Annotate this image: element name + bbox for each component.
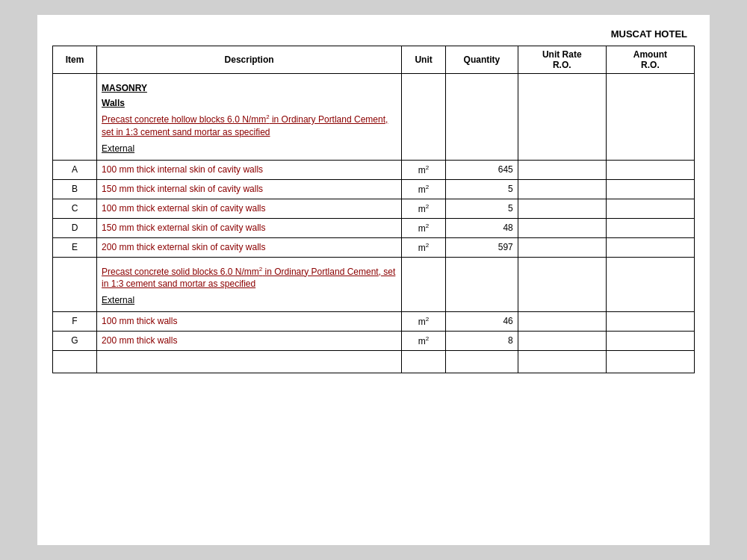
section-masonry-desc-cell: MASONRY Walls Precast concrete hollow bl… xyxy=(97,74,402,161)
header-amount: Amount R.O. xyxy=(606,46,694,74)
item-b-letter: B xyxy=(53,179,97,199)
item-e-rate xyxy=(518,237,606,257)
section-masonry-amount-cell xyxy=(606,74,694,161)
item-g-letter: G xyxy=(53,332,97,351)
table-row: E 200 mm thick external skin of cavity w… xyxy=(53,237,695,257)
main-table: Item Description Unit Quantity Unit Rate… xyxy=(52,46,695,373)
section-solid-item-cell xyxy=(53,257,97,312)
item-a-rate xyxy=(518,160,606,179)
item-a-amount xyxy=(606,160,694,179)
item-c-desc: 100 mm thick external skin of cavity wal… xyxy=(97,199,402,218)
item-b-rate xyxy=(518,179,606,199)
desc-heading-2: Precast concrete solid blocks 6.0 N/mm2 … xyxy=(102,265,397,291)
walls-sub-heading: Walls xyxy=(102,98,397,108)
section-masonry-row: MASONRY Walls Precast concrete hollow bl… xyxy=(53,74,695,161)
item-g-amount xyxy=(606,332,694,351)
item-g-qty: 8 xyxy=(446,332,518,351)
item-d-desc: 150 mm thick external skin of cavity wal… xyxy=(97,218,402,237)
empty-bottom-row xyxy=(53,351,695,373)
item-f-unit: m2 xyxy=(402,312,446,332)
hotel-title: MUSCAT HOTEL xyxy=(52,22,695,46)
table-header-row: Item Description Unit Quantity Unit Rate… xyxy=(53,46,695,74)
item-f-letter: F xyxy=(53,312,97,332)
section-solid-desc-cell: Precast concrete solid blocks 6.0 N/mm2 … xyxy=(97,257,402,312)
item-b-unit: m2 xyxy=(402,179,446,199)
section-masonry-rate-cell xyxy=(518,74,606,161)
external-label-2: External xyxy=(102,295,397,305)
section-masonry-qty-cell xyxy=(446,74,518,161)
section-masonry-item-cell xyxy=(53,74,97,161)
item-g-rate xyxy=(518,332,606,351)
item-f-rate xyxy=(518,312,606,332)
item-f-desc: 100 mm thick walls xyxy=(97,312,402,332)
item-d-letter: D xyxy=(53,218,97,237)
item-g-unit: m2 xyxy=(402,332,446,351)
item-d-qty: 48 xyxy=(446,218,518,237)
section-solid-blocks-row: Precast concrete solid blocks 6.0 N/mm2 … xyxy=(53,257,695,312)
item-b-desc: 150 mm thick internal skin of cavity wal… xyxy=(97,179,402,199)
item-d-amount xyxy=(606,218,694,237)
item-c-unit: m2 xyxy=(402,199,446,218)
empty-qty xyxy=(446,351,518,373)
header-unit: Unit xyxy=(402,46,446,74)
empty-amount xyxy=(606,351,694,373)
section-solid-amount-cell xyxy=(606,257,694,312)
item-e-desc: 200 mm thick external skin of cavity wal… xyxy=(97,237,402,257)
section-solid-rate-cell xyxy=(518,257,606,312)
item-g-desc: 200 mm thick walls xyxy=(97,332,402,351)
section-solid-unit-cell xyxy=(402,257,446,312)
masonry-heading: MASONRY xyxy=(102,83,397,93)
item-e-unit: m2 xyxy=(402,237,446,257)
table-row: G 200 mm thick walls m2 8 xyxy=(53,332,695,351)
item-c-qty: 5 xyxy=(446,199,518,218)
table-row: B 150 mm thick internal skin of cavity w… xyxy=(53,179,695,199)
item-c-rate xyxy=(518,199,606,218)
header-description: Description xyxy=(97,46,402,74)
header-unit-rate: Unit Rate R.O. xyxy=(518,46,606,74)
item-b-amount xyxy=(606,179,694,199)
item-a-qty: 645 xyxy=(446,160,518,179)
table-row: C 100 mm thick external skin of cavity w… xyxy=(53,199,695,218)
empty-unit xyxy=(402,351,446,373)
header-item: Item xyxy=(53,46,97,74)
empty-item xyxy=(53,351,97,373)
item-c-letter: C xyxy=(53,199,97,218)
external-label-1: External xyxy=(102,143,397,154)
section-solid-qty-cell xyxy=(446,257,518,312)
empty-desc xyxy=(97,351,402,373)
page: MUSCAT HOTEL Item Description Unit Quant… xyxy=(37,15,710,545)
item-d-rate xyxy=(518,218,606,237)
item-c-amount xyxy=(606,199,694,218)
item-e-amount xyxy=(606,237,694,257)
item-e-qty: 597 xyxy=(446,237,518,257)
item-f-qty: 46 xyxy=(446,312,518,332)
table-row: D 150 mm thick external skin of cavity w… xyxy=(53,218,695,237)
section-masonry-unit-cell xyxy=(402,74,446,161)
table-row: A 100 mm thick internal skin of cavity w… xyxy=(53,160,695,179)
item-a-desc: 100 mm thick internal skin of cavity wal… xyxy=(97,160,402,179)
table-row: F 100 mm thick walls m2 46 xyxy=(53,312,695,332)
item-b-qty: 5 xyxy=(446,179,518,199)
item-d-unit: m2 xyxy=(402,218,446,237)
header-quantity: Quantity xyxy=(446,46,518,74)
empty-rate xyxy=(518,351,606,373)
item-a-unit: m2 xyxy=(402,160,446,179)
item-e-letter: E xyxy=(53,237,97,257)
desc-heading-1: Precast concrete hollow blocks 6.0 N/mm2… xyxy=(102,113,397,139)
item-a-letter: A xyxy=(53,160,97,179)
item-f-amount xyxy=(606,312,694,332)
